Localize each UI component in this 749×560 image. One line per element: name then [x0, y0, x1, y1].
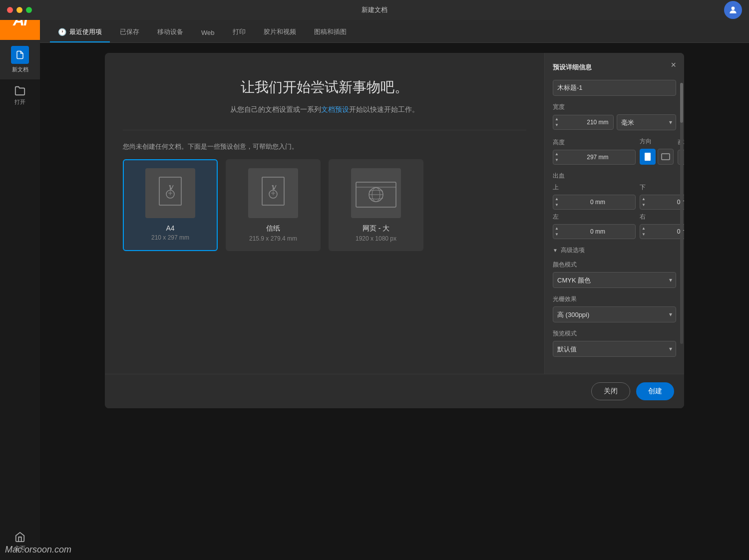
title-bar: 新建文档 — [0, 0, 749, 20]
tab-recent[interactable]: 🕐 最近使用项 — [50, 22, 110, 42]
main-area: 🕐 最近使用项 已保存 移动设备 Web 打印 胶片和视频 图稿和插图 × — [40, 20, 749, 560]
bleed-left-up[interactable]: ▲ — [555, 226, 559, 232]
panel-title: 预设详细信息 — [553, 63, 676, 72]
bleed-label: 出血 — [553, 172, 676, 180]
bleed-right-row: ▲ ▼ — [640, 224, 684, 239]
bleed-bottom-down[interactable]: ▼ — [642, 202, 646, 208]
svg-rect-8 — [645, 153, 651, 161]
landscape-button[interactable] — [658, 149, 674, 165]
template-card-a4[interactable]: A4 210 x 297 mm — [123, 159, 218, 251]
bleed-left-label: 左 — [553, 213, 636, 221]
new-doc-label: 新文档 — [12, 66, 28, 73]
template-thumb-letter — [248, 168, 298, 218]
svg-point-0 — [732, 6, 735, 10]
dialog-footer: 关闭 创建 — [105, 374, 684, 408]
template-card-web[interactable]: 网页 - 大 1920 x 1080 px — [329, 159, 423, 251]
bleed-left-row: ▲ ▼ — [553, 224, 636, 239]
doc-name-input[interactable] — [553, 80, 676, 96]
bleed-right-down[interactable]: ▼ — [642, 232, 646, 238]
width-arrows[interactable]: ▲ ▼ — [553, 116, 560, 128]
height-input[interactable] — [560, 154, 635, 161]
dialog-close-button[interactable]: × — [671, 60, 676, 70]
doc-name-group — [553, 80, 676, 96]
raster-select[interactable]: 高 (300ppi) 中 (150ppi) 低 (72ppi) — [553, 306, 676, 322]
unit-select[interactable]: 毫米 像素 厘米 英寸 — [617, 114, 677, 130]
window-title: 新建文档 — [362, 5, 387, 14]
create-button[interactable]: 创建 — [636, 382, 674, 400]
app-sidebar: Ai 新文档 打开 主页 — [0, 0, 40, 560]
new-doc-dialog: × 让我们开始尝试新事物吧。 从您自己的文档设置或一系列文档预设开始以快速开始工… — [105, 53, 684, 408]
dialog-body: 让我们开始尝试新事物吧。 从您自己的文档设置或一系列文档预设开始以快速开始工作。… — [105, 53, 684, 374]
template-name-web: 网页 - 大 — [363, 224, 389, 233]
fullscreen-window-button[interactable] — [26, 7, 32, 13]
template-card-letter[interactable]: 信纸 215.9 x 279.4 mm — [226, 159, 321, 251]
preview-select[interactable]: 默认值 像素 叠印 — [553, 341, 676, 357]
bleed-left-input[interactable] — [560, 228, 635, 235]
color-mode-wrapper: CMYK 颜色 RGB 颜色 — [553, 272, 676, 288]
template-size-a4: 210 x 297 mm — [151, 234, 189, 241]
tab-web[interactable]: Web — [193, 24, 223, 42]
scrollbar-thumb — [680, 83, 683, 123]
recent-icon: 🕐 — [58, 28, 66, 36]
bleed-bottom-arrows[interactable]: ▲ ▼ — [640, 196, 647, 208]
hero-link[interactable]: 文档预设 — [321, 105, 349, 113]
bleed-top-down[interactable]: ▼ — [555, 202, 559, 208]
new-doc-icon — [11, 46, 29, 64]
minimize-window-button[interactable] — [16, 7, 22, 13]
width-group: 宽度 ▲ ▼ 毫米 — [553, 103, 676, 130]
portrait-button[interactable] — [640, 149, 656, 165]
bleed-top-arrows[interactable]: ▲ ▼ — [553, 196, 560, 208]
tab-mobile[interactable]: 移动设备 — [149, 22, 191, 42]
raster-group: 光栅效果 高 (300ppi) 中 (150ppi) 低 (72ppi) — [553, 295, 676, 322]
bleed-left-arrows[interactable]: ▲ ▼ — [553, 226, 560, 238]
advanced-toggle[interactable]: ▼ 高级选项 — [553, 246, 676, 255]
color-mode-select[interactable]: CMYK 颜色 RGB 颜色 — [553, 272, 676, 288]
bleed-right-input[interactable] — [647, 228, 684, 235]
bleed-right-label: 右 — [640, 213, 684, 221]
user-avatar[interactable] — [724, 1, 742, 19]
dialog-hero: 让我们开始尝试新事物吧。 从您自己的文档设置或一系列文档预设开始以快速开始工作。 — [123, 68, 526, 130]
height-arrows[interactable]: ▲ ▼ — [553, 151, 560, 163]
bleed-right-arrows[interactable]: ▲ ▼ — [640, 226, 647, 238]
height-group: 高度 ▲ ▼ 方向 — [553, 137, 676, 165]
width-up-arrow[interactable]: ▲ — [555, 116, 559, 122]
bleed-group: 出血 上 ▲ ▼ — [553, 172, 676, 239]
tab-recent-label: 最近使用项 — [69, 27, 102, 36]
sidebar-new-doc[interactable]: 新文档 — [0, 40, 40, 79]
tab-illustration[interactable]: 图稿和插图 — [306, 22, 355, 42]
template-name-a4: A4 — [166, 224, 174, 232]
orientation-label: 方向 — [640, 137, 674, 146]
sidebar-open[interactable]: 打开 — [0, 79, 40, 112]
bleed-bottom-label: 下 — [640, 183, 684, 192]
height-input-row: ▲ ▼ — [553, 150, 636, 165]
advanced-label: 高级选项 — [561, 246, 585, 255]
close-window-button[interactable] — [7, 7, 13, 13]
tab-saved[interactable]: 已保存 — [112, 22, 147, 42]
dialog-overlay: × 让我们开始尝试新事物吧。 从您自己的文档设置或一系列文档预设开始以快速开始工… — [40, 43, 749, 560]
tab-film[interactable]: 胶片和视频 — [256, 22, 304, 42]
scrollbar[interactable] — [680, 83, 683, 344]
bleed-bottom-up[interactable]: ▲ — [642, 196, 646, 202]
bleed-top-input[interactable] — [560, 199, 635, 206]
bleed-right-up[interactable]: ▲ — [642, 226, 646, 232]
hero-subtitle: 从您自己的文档设置或一系列文档预设开始以快速开始工作。 — [123, 104, 526, 115]
preview-wrapper: 默认值 像素 叠印 — [553, 341, 676, 357]
bleed-top-up[interactable]: ▲ — [555, 196, 559, 202]
height-up-arrow[interactable]: ▲ — [555, 151, 559, 157]
raster-label: 光栅效果 — [553, 295, 676, 303]
close-button[interactable]: 关闭 — [591, 382, 630, 400]
color-mode-group: 颜色模式 CMYK 颜色 RGB 颜色 — [553, 261, 676, 288]
height-label: 高度 — [553, 138, 636, 147]
template-thumb-web — [351, 168, 401, 218]
bleed-left-down[interactable]: ▼ — [555, 232, 559, 238]
bleed-bottom-input[interactable] — [647, 199, 684, 206]
traffic-lights — [7, 7, 32, 13]
tab-print[interactable]: 打印 — [225, 22, 254, 42]
tab-bar: 🕐 最近使用项 已保存 移动设备 Web 打印 胶片和视频 图稿和插图 — [40, 20, 749, 43]
width-label: 宽度 — [553, 103, 676, 111]
width-row: ▲ ▼ 毫米 像素 厘米 英寸 — [553, 114, 676, 130]
raster-wrapper: 高 (300ppi) 中 (150ppi) 低 (72ppi) — [553, 306, 676, 322]
template-size-letter: 215.9 x 279.4 mm — [249, 235, 297, 242]
height-down-arrow[interactable]: ▼ — [555, 157, 559, 163]
width-down-arrow[interactable]: ▼ — [555, 122, 559, 128]
